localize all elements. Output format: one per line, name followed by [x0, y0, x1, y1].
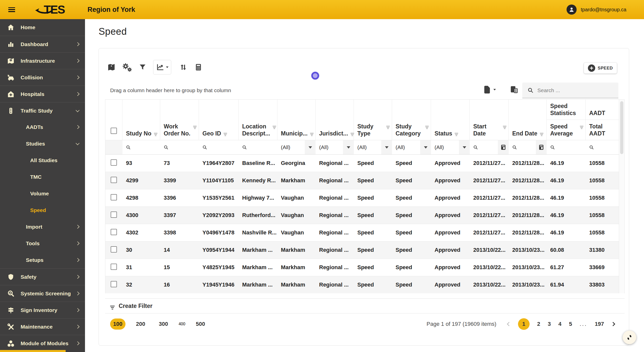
calendar-button[interactable]: [536, 140, 547, 154]
header-filter-icon[interactable]: [310, 133, 314, 133]
column-header-status[interactable]: Status: [431, 100, 470, 140]
column-header-study-category[interactable]: Study Category: [392, 100, 431, 140]
table-row[interactable]: 4300 3397 Y2092Y2093 Rutherford... Vaugh…: [105, 207, 619, 224]
filter-end-date[interactable]: [509, 140, 547, 154]
page-4[interactable]: 4: [558, 321, 561, 327]
sidebar-item-systemic-screening[interactable]: Systemic Screening: [0, 285, 85, 302]
page-size-300[interactable]: 300: [156, 319, 171, 330]
export-button[interactable]: [483, 85, 496, 94]
column-header-geo-id[interactable]: Geo ID: [199, 100, 239, 140]
sidebar-item-collision[interactable]: Collision: [0, 69, 85, 86]
dropdown-button[interactable]: [459, 140, 470, 154]
header-filter-icon[interactable]: [503, 126, 506, 126]
row-checkbox[interactable]: [111, 159, 117, 166]
chart-view-button[interactable]: [153, 60, 171, 75]
column-header-municipality[interactable]: Municip...: [277, 100, 316, 140]
page-size-400[interactable]: 400: [179, 322, 185, 326]
filter-button[interactable]: [139, 63, 147, 71]
column-header-end-date[interactable]: End Date: [509, 100, 547, 140]
calendar-button[interactable]: [498, 140, 509, 154]
filter-location[interactable]: [239, 140, 277, 154]
column-header-location-description[interactable]: Location Descript...: [239, 100, 277, 140]
settings-gears-button[interactable]: [122, 63, 132, 72]
scrollbar-thumb[interactable]: [620, 101, 623, 154]
table-row[interactable]: 4302 3398 Y0496Y1478 Nashville R... Vaug…: [105, 224, 619, 241]
table-row[interactable]: 31 15 Y4825Y1945 Markham ... Markham Reg…: [105, 259, 619, 276]
add-speed-button[interactable]: SPEED: [584, 63, 617, 74]
select-all-checkbox[interactable]: [111, 128, 117, 134]
sidebar-item-sign-inventory[interactable]: Sign Inventory: [0, 302, 85, 318]
page-2[interactable]: 2: [537, 321, 540, 327]
column-header-study-type[interactable]: Study Type: [354, 100, 392, 140]
next-page-icon[interactable]: [611, 322, 615, 326]
map-view-button[interactable]: [107, 63, 116, 72]
sidebar-item-tools[interactable]: Tools: [0, 235, 85, 252]
table-row[interactable]: 4299 3399 Y1104Y1105 Kennedy R... Markha…: [105, 172, 619, 189]
filter-municipality[interactable]: (All): [277, 140, 316, 154]
filter-status[interactable]: (All): [431, 140, 470, 154]
sidebar-item-setups[interactable]: Setups: [0, 252, 85, 268]
filter-study-category[interactable]: (All): [392, 140, 431, 154]
sidebar-item-safety[interactable]: Safety: [0, 268, 85, 285]
dropdown-button[interactable]: [343, 140, 354, 154]
filter-total-aadt[interactable]: [586, 140, 619, 154]
table-row[interactable]: 30 14 Y0954Y1944 Markham ... Markham Reg…: [105, 241, 619, 259]
sidebar-item-aadts[interactable]: AADTs: [0, 119, 85, 135]
dropdown-button[interactable]: [305, 140, 316, 154]
user-avatar[interactable]: [567, 5, 577, 15]
page-size-100[interactable]: 100: [110, 319, 125, 330]
page-197[interactable]: 197: [595, 321, 604, 327]
swap-refresh-button[interactable]: [179, 63, 188, 72]
row-checkbox[interactable]: [111, 246, 117, 253]
sidebar-item-infrastructure[interactable]: Infrastructure: [0, 52, 85, 69]
table-row[interactable]: 32 16 Y1945Y1946 Markham ... Markham Reg…: [105, 276, 619, 294]
dropdown-button[interactable]: [381, 140, 392, 154]
filter-study-no[interactable]: [122, 140, 160, 154]
filter-geo-id[interactable]: [199, 140, 239, 154]
column-header-start-date[interactable]: Start Date: [470, 100, 509, 140]
sidebar-item-import[interactable]: Import: [0, 219, 85, 235]
sidebar-item-all-studies[interactable]: All Studies: [0, 152, 85, 169]
header-filter-icon[interactable]: [455, 133, 458, 133]
create-filter-button[interactable]: Create Filter: [105, 298, 625, 313]
header-filter-icon[interactable]: [193, 126, 197, 126]
header-filter-icon[interactable]: [540, 133, 543, 133]
filter-work-order-no[interactable]: [160, 140, 199, 154]
column-header-jurisdiction[interactable]: Jurisdict...: [316, 100, 354, 140]
calculator-button[interactable]: [194, 63, 202, 72]
header-filter-icon[interactable]: [273, 126, 276, 126]
row-checkbox[interactable]: [111, 281, 117, 287]
header-filter-icon[interactable]: [386, 126, 390, 126]
header-filter-icon[interactable]: [224, 133, 227, 133]
sidebar-item-maintenance[interactable]: Maintenance: [0, 318, 85, 335]
table-row[interactable]: 4298 3396 Y1535Y2561 Highway 7... Vaugha…: [105, 189, 619, 207]
filter-speed-average[interactable]: [547, 140, 586, 154]
row-checkbox[interactable]: [111, 264, 117, 270]
page-5[interactable]: 5: [569, 321, 572, 327]
page-size-500[interactable]: 500: [193, 319, 208, 330]
header-filter-icon[interactable]: [154, 133, 157, 133]
page-1[interactable]: 1: [518, 318, 530, 330]
row-checkbox[interactable]: [111, 212, 117, 218]
header-filter-icon[interactable]: [351, 133, 354, 133]
hamburger-menu-button[interactable]: [8, 7, 15, 12]
row-checkbox[interactable]: [111, 177, 117, 183]
column-header-total-aadt[interactable]: Total AADT: [586, 120, 619, 140]
sidebar-item-traffic-study[interactable]: Traffic Study: [0, 102, 85, 119]
page-size-200[interactable]: 200: [133, 319, 148, 330]
column-header-study-no[interactable]: Study No: [122, 100, 160, 140]
filter-study-type[interactable]: (All): [354, 140, 392, 154]
column-header-speed-average[interactable]: Speed Average: [547, 120, 586, 140]
sidebar-item-hospitals[interactable]: Hospitals: [0, 86, 85, 102]
vertical-scrollbar[interactable]: [619, 100, 624, 293]
header-filter-icon[interactable]: [425, 126, 429, 126]
filter-jurisdiction[interactable]: (All): [316, 140, 354, 154]
row-checkbox[interactable]: [111, 194, 117, 200]
sidebar-item-speed[interactable]: Speed: [0, 202, 85, 219]
assistant-fab-button[interactable]: [623, 331, 636, 344]
previous-page-icon[interactable]: [507, 322, 511, 326]
sidebar-item-studies[interactable]: Studies: [0, 135, 85, 152]
sidebar-item-volume[interactable]: Volume: [0, 185, 85, 202]
page-3[interactable]: 3: [548, 321, 551, 327]
sidebar-item-dashboard[interactable]: Dashboard: [0, 36, 85, 52]
